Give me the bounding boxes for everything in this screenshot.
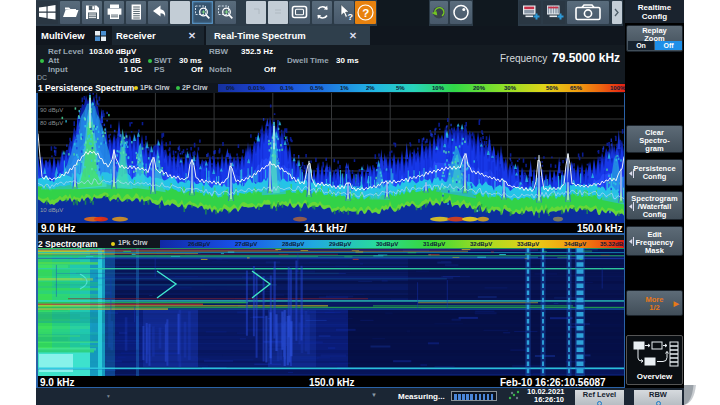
svg-text:?: ? <box>348 12 354 22</box>
svg-text:?: ? <box>362 7 369 19</box>
